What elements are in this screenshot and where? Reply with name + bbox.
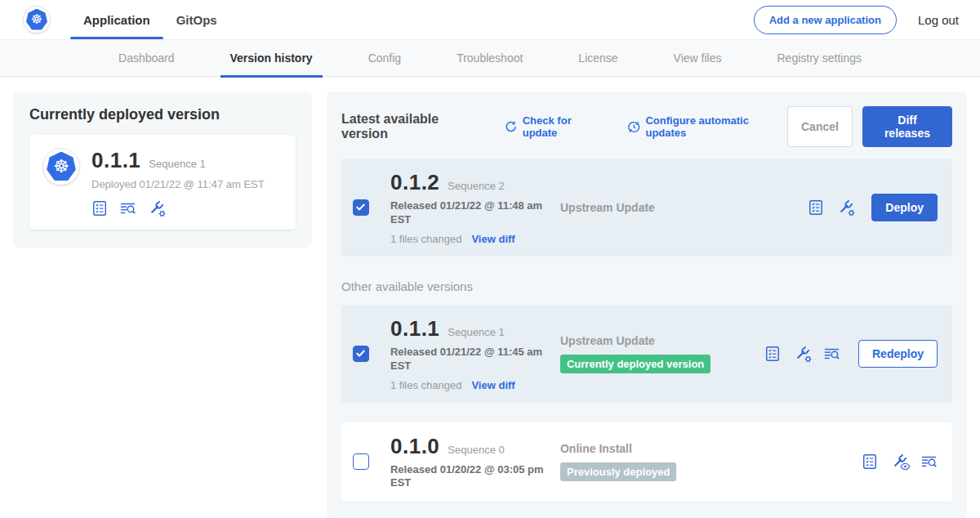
subnav-item-dashboard[interactable]: Dashboard [114,39,180,77]
latest-available-title: Latest available version [341,112,483,141]
edit-config-icon[interactable] [837,199,853,216]
deployed-version-number: 0.1.1 [91,148,140,173]
auto-update-clock-icon [627,120,640,134]
version-checkbox[interactable] [353,453,369,470]
deployed-card-title: Currently deployed version [29,106,296,123]
source-label: Online Install [560,442,764,455]
previously-deployed-badge: Previously deployed [560,462,676,481]
add-application-button[interactable]: Add a new application [754,6,897,34]
files-changed-label: 1 files changed [390,379,461,391]
preflight-checks-icon[interactable] [91,200,108,217]
other-versions-title: Other available versions [341,279,952,293]
subnav-item-troubleshoot[interactable]: Troubleshoot [452,39,528,77]
header-actions: Add a new application Log out [754,6,959,34]
view-config-icon[interactable] [891,453,907,470]
view-files-icon[interactable] [119,200,136,217]
kubernetes-logo [23,6,51,33]
diff-releases-button[interactable]: Diff releases [862,106,952,147]
version-number: 0.1.2 [390,170,439,195]
version-row-0-1-0: 0.1.0 Sequence 0 Released 01/20/22 @ 03:… [341,422,952,502]
logout-button[interactable]: Log out [918,13,959,27]
subnav-item-registry-settings[interactable]: Registry settings [773,39,866,77]
version-actions [862,453,938,470]
kubernetes-wheel-icon [47,152,77,182]
tab-gitops[interactable]: GitOps [163,0,230,39]
deploy-button[interactable]: Deploy [871,194,938,221]
currently-deployed-card: Currently deployed version 0.1.1 Sequenc… [13,92,312,248]
available-versions-header: Latest available version Check for updat… [341,106,952,147]
edit-config-icon[interactable] [794,346,810,362]
redeploy-button[interactable]: Redeploy [858,340,938,368]
check-for-update-link[interactable]: Check for update [505,114,606,139]
version-actions: Redeploy [764,340,938,368]
version-actions: Deploy [808,194,938,221]
released-timestamp: Released 01/20/22 @ 03:05 pm EST [390,463,544,491]
refresh-icon [505,120,517,133]
main-content: Currently deployed version 0.1.1 Sequenc… [0,77,980,518]
configure-automatic-updates-link[interactable]: Configure automatic updates [627,114,787,139]
cancel-button[interactable]: Cancel [787,106,853,147]
deployed-version-card: 0.1.1 Sequence 1 Deployed 01/21/22 @ 11:… [29,135,296,230]
version-checkbox[interactable] [353,199,369,216]
app-header: Application GitOps Add a new application… [0,0,980,39]
available-versions-panel: Latest available version Check for updat… [327,92,967,518]
sequence-label: Sequence 0 [448,444,504,456]
edit-config-icon[interactable] [148,200,164,217]
version-source: Upstream Update Currently deployed versi… [560,334,764,373]
tab-application[interactable]: Application [70,0,163,39]
view-files-icon[interactable] [823,346,840,362]
version-number: 0.1.0 [390,434,439,459]
deployed-timestamp: Deployed 01/21/22 @ 11:47 am EST [91,178,265,190]
deployed-icon-row [91,200,265,217]
version-row-0-1-2: 0.1.2 Sequence 2 Released 01/21/22 @ 11:… [341,159,952,257]
view-files-icon[interactable] [920,453,938,470]
version-number: 0.1.1 [390,316,439,342]
app-subnav: Dashboard Version history Config Trouble… [0,39,980,77]
subnav-item-view-files[interactable]: View files [669,39,727,77]
subnav-item-config[interactable]: Config [363,39,406,77]
deployed-sequence-label: Sequence 1 [149,158,205,170]
version-source: Upstream Update [560,201,764,214]
source-label: Upstream Update [560,334,764,347]
app-icon [42,148,80,185]
view-diff-link[interactable]: View diff [471,233,514,245]
source-label: Upstream Update [560,201,764,214]
currently-deployed-badge: Currently deployed version [560,355,710,373]
header-tabs: Application GitOps [70,0,230,39]
subnav-item-license[interactable]: License [573,39,622,77]
sequence-label: Sequence 1 [448,326,504,338]
released-timestamp: Released 01/21/22 @ 11:45 am EST [390,346,544,373]
version-info: 0.1.2 Sequence 2 Released 01/21/22 @ 11:… [390,170,554,245]
version-info: 0.1.1 Sequence 1 Released 01/21/22 @ 11:… [390,316,554,391]
version-info: 0.1.0 Sequence 0 Released 01/20/22 @ 03:… [390,434,554,491]
sequence-label: Sequence 2 [448,180,504,192]
files-changed-label: 1 files changed [390,233,461,245]
kubernetes-wheel-icon [26,9,48,31]
preflight-checks-icon[interactable] [808,199,824,216]
version-row-0-1-1: 0.1.1 Sequence 1 Released 01/21/22 @ 11:… [341,305,952,403]
subnav-item-version-history[interactable]: Version history [225,39,318,77]
preflight-checks-icon[interactable] [862,453,878,470]
released-timestamp: Released 01/21/22 @ 11:48 am EST [390,199,544,227]
version-source: Online Install Previously deployed [560,442,764,481]
view-diff-link[interactable]: View diff [471,379,514,391]
preflight-checks-icon[interactable] [764,346,781,362]
version-checkbox[interactable] [353,346,369,362]
